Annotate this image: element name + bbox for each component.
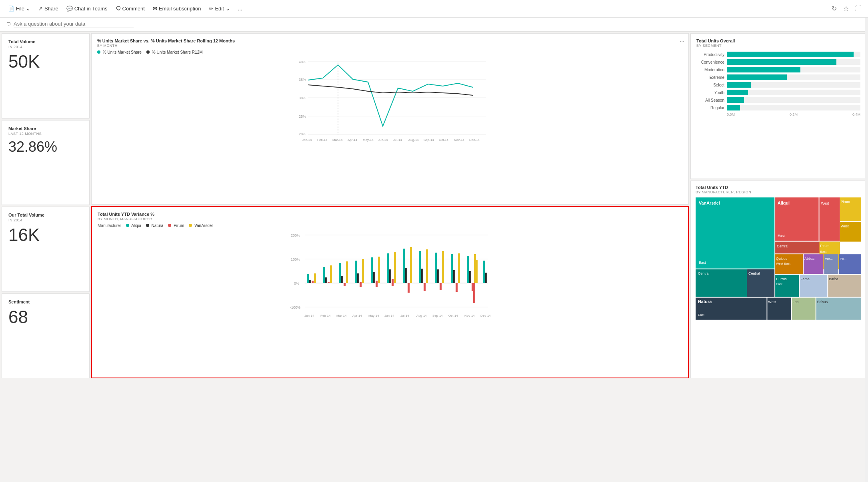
svg-rect-57 [408, 283, 410, 293]
more-label: ... [238, 6, 242, 12]
right-column: Total Units Overall BY SEGMENT Productiv… [690, 33, 866, 378]
bar-chart-overall-title: Total Units Overall [696, 38, 860, 43]
svg-rect-55 [403, 249, 405, 283]
svg-text:Leo: Leo [792, 300, 798, 304]
axis-02m: 0.2M [790, 112, 798, 116]
svg-rect-71 [467, 256, 469, 283]
share-button[interactable]: ↗ Share [35, 4, 62, 13]
svg-text:Jan-14: Jan-14 [304, 314, 314, 317]
scrollbar[interactable] [865, 18, 868, 482]
chat-teams-button[interactable]: 💬 Chat in Teams [63, 4, 111, 13]
svg-text:Central: Central [748, 271, 760, 275]
svg-text:Currus: Currus [776, 277, 787, 281]
refresh-icon[interactable]: ↻ [830, 3, 838, 14]
kpi1-sublabel: IN 2014 [8, 45, 83, 49]
svg-rect-52 [389, 269, 391, 283]
svg-text:Central: Central [698, 271, 710, 275]
edit-button[interactable]: ✏ Edit ⌄ [206, 4, 233, 13]
svg-text:Pirum: Pirum [820, 244, 829, 248]
bar-chart-overall-subtitle: BY SEGMENT [696, 44, 860, 48]
svg-text:Aliqui: Aliqui [778, 200, 790, 205]
legend-natura: Natura [146, 223, 164, 228]
svg-text:Mar-14: Mar-14 [332, 138, 343, 142]
file-menu[interactable]: 📄 File ⌄ [5, 4, 34, 13]
bar-track-extreme [727, 74, 860, 80]
kpi3-label: Our Total Volume [8, 213, 83, 217]
bar-fill-select [727, 82, 751, 88]
svg-text:Vict...: Vict... [825, 257, 833, 260]
svg-text:Mar-14: Mar-14 [336, 314, 347, 317]
bar-fill-productivity [727, 52, 854, 57]
svg-text:Pirum: Pirum [841, 200, 850, 204]
bar-fill-allseason [727, 97, 744, 103]
svg-text:20%: 20% [299, 132, 306, 136]
expand-icon[interactable]: ⛶ [854, 4, 863, 14]
svg-text:May-14: May-14 [368, 314, 379, 317]
grouped-bar-title: Total Units YTD Variance % [98, 212, 682, 217]
more-options-icon[interactable]: ··· [680, 38, 684, 44]
svg-rect-60 [421, 269, 423, 283]
line-chart-card[interactable]: % Units Market Share vs. % Units Market … [91, 33, 689, 205]
bar-track-productivity [727, 52, 860, 57]
svg-text:Fama: Fama [800, 277, 810, 281]
kpi-our-total-volume: Our Total Volume IN 2014 16K [2, 207, 90, 292]
svg-text:Jan-14: Jan-14 [302, 138, 312, 142]
svg-rect-35 [323, 267, 325, 283]
svg-text:Nov-14: Nov-14 [464, 314, 475, 317]
more-options-button[interactable]: ... [235, 4, 246, 13]
comment-icon: 🗨 [116, 6, 121, 12]
bar-label-convenience: Convenience [696, 60, 724, 64]
share-label: Share [44, 6, 58, 12]
svg-text:East: East [699, 260, 706, 264]
treemap-card[interactable]: Total Units YTD BY MANUFACTURER, REGION … [690, 181, 866, 379]
svg-text:Sep-14: Sep-14 [432, 314, 443, 317]
svg-text:Jul-14: Jul-14 [400, 314, 409, 317]
treemap-subtitle: BY MANUFACTURER, REGION [696, 190, 861, 194]
dot-pirum [168, 224, 171, 227]
svg-text:Salvus: Salvus [817, 300, 828, 304]
dot-vanarsdel [189, 224, 192, 227]
svg-text:Jul-14: Jul-14 [393, 138, 402, 142]
svg-text:35%: 35% [299, 78, 306, 82]
svg-rect-46 [362, 259, 364, 283]
bar-label-moderation: Moderation [696, 68, 724, 72]
svg-text:Sep-14: Sep-14 [424, 138, 434, 142]
legend-item-1: % Units Market Share [97, 50, 142, 54]
email-subscription-button[interactable]: ✉ Email subscription [150, 4, 204, 13]
comment-label: Comment [122, 6, 145, 12]
svg-text:West: West [841, 224, 849, 228]
svg-text:West: West [768, 300, 776, 304]
svg-rect-39 [339, 263, 341, 283]
svg-rect-67 [451, 254, 453, 283]
svg-rect-34 [314, 273, 316, 283]
qa-input[interactable] [14, 21, 134, 28]
edit-icon: ✏ [209, 6, 213, 12]
chat-teams-icon: 💬 [66, 6, 73, 12]
svg-rect-45 [360, 282, 362, 287]
bar-chart-overall-card[interactable]: Total Units Overall BY SEGMENT Productiv… [690, 33, 866, 179]
svg-text:VanArsdel: VanArsdel [699, 200, 720, 205]
svg-rect-41 [344, 283, 346, 286]
svg-text:Apr-14: Apr-14 [352, 314, 362, 317]
share-icon: ↗ [38, 6, 43, 12]
file-chevron: ⌄ [26, 6, 30, 12]
svg-rect-44 [357, 273, 359, 283]
grouped-bar-legend: Manufacturer Aliqui Natura Pirum VanArsd… [98, 223, 682, 228]
bar-track-regular [727, 105, 860, 110]
svg-text:-100%: -100% [290, 305, 300, 309]
comment-button[interactable]: 🗨 Comment [112, 4, 148, 13]
kpi3-value: 16K [8, 225, 83, 245]
svg-rect-49 [376, 281, 378, 287]
svg-rect-37 [328, 282, 330, 283]
dot-aliqui [126, 224, 129, 227]
svg-rect-72 [469, 271, 471, 283]
kpi-sentiment: Sentiment 68 [2, 293, 90, 379]
star-icon[interactable]: ☆ [842, 3, 850, 14]
svg-rect-58 [410, 247, 412, 283]
grouped-bar-chart-card[interactable]: Total Units YTD Variance % BY MONTH, MAN… [91, 206, 689, 378]
svg-text:Natura: Natura [698, 299, 712, 304]
svg-text:East: East [820, 250, 827, 253]
bar-label-regular: Regular [696, 106, 724, 110]
svg-rect-51 [387, 253, 389, 283]
bar-row-select: Select [696, 82, 860, 88]
